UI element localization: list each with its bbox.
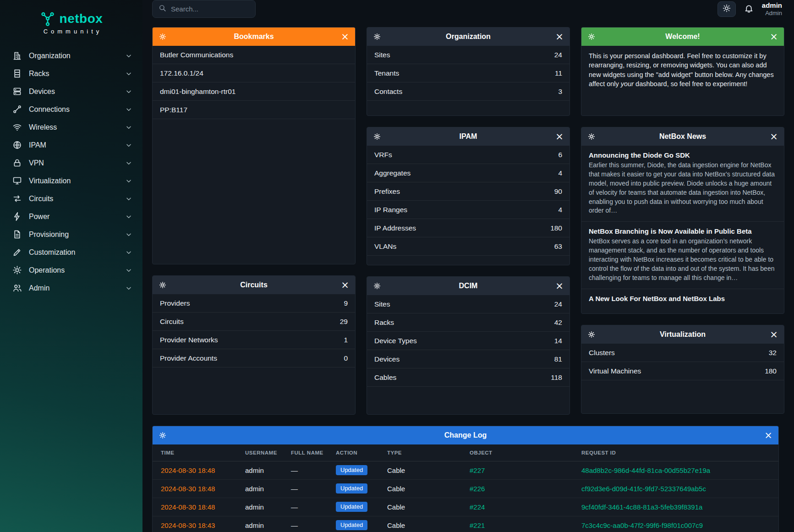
close-icon[interactable]: × (553, 131, 565, 143)
changelog-header-row: TIME USERNAME FULL NAME ACTION TYPE OBJE… (153, 444, 778, 461)
sidebar-item-devices[interactable]: Devices (0, 82, 142, 100)
news-article-title[interactable]: Announcing the Diode Go SDK (589, 151, 777, 159)
sidebar-item-connections[interactable]: Connections (0, 100, 142, 118)
widget-config-button[interactable] (157, 429, 169, 441)
notifications-button[interactable] (744, 4, 754, 15)
widget-config-button[interactable] (586, 31, 597, 43)
widget-config-button[interactable] (371, 280, 383, 292)
bell-icon (744, 4, 754, 15)
chevron-down-icon (125, 177, 132, 185)
dashboard: Bookmarks × Butler Communications 172.16… (142, 18, 794, 532)
brand[interactable]: netbox Community (0, 7, 142, 47)
changelog-time-link[interactable]: 2024-08-30 18:48 (161, 503, 215, 511)
widget-title: Circuits (171, 281, 336, 289)
bookmark-item[interactable]: dmi01-binghamton-rtr01 (153, 82, 355, 101)
widget-config-button[interactable] (586, 131, 597, 143)
close-icon[interactable]: × (768, 131, 780, 143)
widget-config-button[interactable] (157, 31, 169, 43)
widget-change-log: Change Log × TIME USERNAME FULL NAME ACT… (152, 426, 779, 532)
transfer-icon (12, 194, 22, 203)
widget-config-button[interactable] (157, 279, 169, 291)
changelog-type: Cable (383, 498, 465, 516)
sidebar-item-wireless[interactable]: Wireless (0, 118, 142, 136)
bookmark-item[interactable]: Butler Communications (153, 46, 355, 64)
changelog-table: TIME USERNAME FULL NAME ACTION TYPE OBJE… (153, 444, 778, 532)
sidebar-item-organization[interactable]: Organization (0, 47, 142, 65)
theme-toggle-button[interactable] (717, 1, 736, 17)
stat-row: Cables118 (367, 368, 569, 387)
changelog-request-link[interactable]: 9cf40fdf-3461-4c88-81a3-5feb39f8391a (581, 503, 702, 511)
chevron-down-icon (125, 106, 132, 113)
widget-header[interactable]: Bookmarks × (153, 27, 355, 46)
widget-header[interactable]: Organization × (367, 27, 569, 46)
sun-icon (723, 4, 731, 14)
widget-header[interactable]: Change Log × (153, 426, 778, 444)
sidebar-item-provisioning[interactable]: Provisioning (0, 225, 142, 243)
sidebar-item-ipam[interactable]: IPAM (0, 136, 142, 154)
news-article-title[interactable]: NetBox Branching is Now Available in Pub… (589, 227, 777, 235)
widget-header[interactable]: Virtualization × (581, 325, 784, 344)
sidebar-item-circuits[interactable]: Circuits (0, 190, 142, 208)
user-menu[interactable]: admin Admin (762, 1, 782, 17)
chevron-down-icon (125, 142, 132, 149)
netbox-app: netbox Community Organization Racks Devi… (0, 0, 794, 532)
chevron-down-icon (125, 52, 132, 60)
stat-row: Contacts3 (367, 82, 569, 101)
news-article: NetBox Branching is Now Available in Pub… (581, 222, 784, 289)
changelog-object-link[interactable]: #221 (470, 521, 485, 529)
close-icon[interactable]: × (768, 31, 780, 43)
widget-config-button[interactable] (371, 131, 383, 143)
sidebar-item-power[interactable]: Power (0, 208, 142, 225)
search-box[interactable] (152, 0, 256, 18)
bookmark-item[interactable]: PP:B117 (153, 101, 355, 119)
widget-config-button[interactable] (586, 329, 597, 340)
column-header: TYPE (383, 444, 465, 461)
changelog-object-link[interactable]: #224 (470, 503, 485, 511)
close-icon[interactable]: × (339, 31, 351, 43)
gear-icon (12, 265, 22, 275)
sidebar-item-customization[interactable]: Customization (0, 243, 142, 261)
close-icon[interactable]: × (339, 279, 351, 291)
chevron-down-icon (125, 285, 132, 292)
changelog-type: Cable (383, 461, 465, 479)
widget-header[interactable]: Welcome! × (581, 27, 784, 46)
stat-row: Provider Accounts0 (153, 349, 355, 367)
stat-row: IP Addresses180 (367, 219, 569, 237)
sidebar-item-vpn[interactable]: VPN (0, 154, 142, 172)
close-icon[interactable]: × (553, 31, 565, 43)
sidebar-item-operations[interactable]: Operations (0, 261, 142, 279)
dashboard-column-2: Organization × Sites24 Tenants11 Contact… (367, 27, 570, 415)
close-icon[interactable]: × (762, 429, 774, 441)
changelog-request-link[interactable]: 7c3c4c9c-aa0b-47f2-99f6-f98f01c007c9 (581, 521, 703, 529)
sidebar-item-admin[interactable]: Admin (0, 279, 142, 297)
stat-row: Provider Networks1 (153, 331, 355, 349)
changelog-time-link[interactable]: 2024-08-30 18:43 (161, 521, 215, 529)
sidebar-item-racks[interactable]: Racks (0, 65, 142, 82)
main-area: admin Admin Bookmarks × Butler Communica… (142, 0, 794, 532)
brand-name: netbox (60, 11, 103, 26)
news-article-title[interactable]: A New Look For NetBox and NetBox Labs (589, 295, 777, 302)
changelog-object-link[interactable]: #226 (470, 485, 485, 493)
changelog-object-link[interactable]: #227 (470, 466, 485, 474)
widget-header[interactable]: Circuits × (153, 276, 355, 294)
close-icon[interactable]: × (553, 280, 565, 292)
sidebar-item-label: Admin (29, 284, 118, 292)
close-icon[interactable]: × (768, 329, 780, 340)
changelog-request-link[interactable]: cf92d3e6-d09d-41fc-9fd7-52337649ab5c (581, 485, 706, 493)
action-badge: Updated (336, 483, 367, 494)
changelog-fullname: — (286, 516, 331, 532)
sidebar: netbox Community Organization Racks Devi… (0, 0, 142, 532)
changelog-time-link[interactable]: 2024-08-30 18:48 (161, 466, 215, 474)
widget-header[interactable]: NetBox News × (581, 127, 784, 146)
search-input[interactable] (171, 5, 249, 13)
stat-row: IP Ranges4 (367, 201, 569, 219)
widget-header[interactable]: DCIM × (367, 277, 569, 295)
changelog-request-link[interactable]: 48ad8b2c-986d-44fd-81ca-00d55b27e19a (581, 466, 710, 474)
sidebar-item-label: Wireless (29, 123, 118, 132)
widget-config-button[interactable] (371, 31, 383, 43)
sidebar-item-label: IPAM (29, 141, 118, 149)
changelog-time-link[interactable]: 2024-08-30 18:48 (161, 485, 215, 493)
widget-header[interactable]: IPAM × (367, 127, 569, 146)
sidebar-item-virtualization[interactable]: Virtualization (0, 172, 142, 190)
bookmark-item[interactable]: 172.16.0.1/24 (153, 64, 355, 82)
